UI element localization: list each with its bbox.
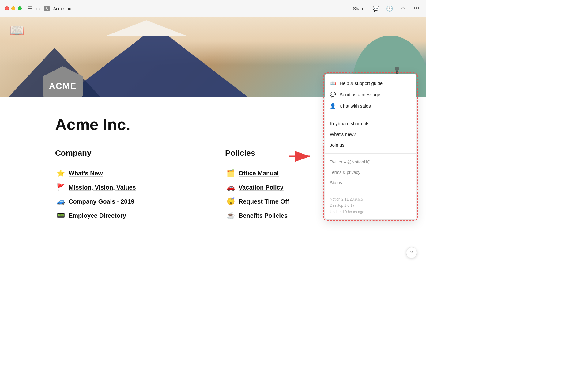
status-label: Status — [330, 180, 342, 185]
dropdown-item-terms[interactable]: Terms & privacy — [325, 167, 416, 178]
dropdown-item-join[interactable]: Join us — [325, 140, 416, 150]
acme-logo: ACME — [43, 66, 83, 97]
dropdown-sales-label: Chat with sales — [340, 103, 371, 109]
book-art-icon: 📖 — [9, 23, 24, 38]
list-item[interactable]: ⭐ What's New — [55, 167, 201, 180]
maximize-button[interactable] — [18, 6, 22, 10]
list-item[interactable]: 📟 Employee Directory — [55, 209, 201, 222]
whats-new-link[interactable]: What's New — [69, 170, 103, 177]
list-item[interactable]: 🚩 Mission, Vision, Values — [55, 181, 201, 194]
dropdown-item-help[interactable]: 📖 Help & support guide — [325, 78, 416, 89]
join-us-label: Join us — [330, 142, 345, 148]
whats-new-emoji: ⭐ — [56, 169, 65, 177]
version-text: Notion 2.11.23.9.6.5Desktop 2.0.17Update… — [330, 197, 364, 214]
company-list: ⭐ What's New 🚩 Mission, Vision, Values 🚙… — [55, 167, 201, 222]
time-off-link[interactable]: Request Time Off — [239, 198, 289, 205]
dropdown-item-sales[interactable]: 👤 Chat with sales — [325, 100, 416, 112]
forward-arrow-icon[interactable]: › — [39, 6, 40, 11]
goals-emoji: 🚙 — [56, 197, 65, 205]
directory-link[interactable]: Employee Directory — [69, 212, 126, 219]
dropdown-divider-3 — [325, 191, 416, 191]
company-section-title: Company — [55, 148, 201, 162]
nav-arrows: ‹ › — [36, 6, 40, 11]
comment-icon[interactable]: 💬 — [372, 4, 380, 13]
dropdown-section-help: 📖 Help & support guide 💬 Send us a messa… — [325, 76, 416, 113]
company-section: Company ⭐ What's New 🚩 Mission, Vision, … — [55, 148, 201, 222]
mission-link[interactable]: Mission, Vision, Values — [69, 184, 136, 191]
window-chrome: ☰ ‹ › A Acme Inc. Share 💬 🕐 ☆ ••• — [0, 0, 426, 17]
back-arrow-icon[interactable]: ‹ — [36, 6, 37, 11]
benefits-link[interactable]: Benefits Policies — [239, 212, 288, 219]
dropdown-message-label: Send us a message — [340, 92, 380, 97]
history-icon[interactable]: 🕐 — [385, 4, 394, 13]
office-manual-link[interactable]: Office Manual — [239, 170, 279, 177]
page-title-bar: Acme Inc. — [53, 6, 72, 11]
help-book-icon: 📖 — [330, 80, 336, 86]
share-button[interactable]: Share — [351, 5, 367, 12]
arrow-annotation — [289, 150, 314, 163]
keyboard-shortcuts-label: Keyboard shortcuts — [330, 121, 369, 126]
page-heading: Acme Inc. — [55, 115, 371, 134]
close-button[interactable] — [5, 6, 9, 10]
dropdown-section-middle: Keyboard shortcuts What's new? Join us — [325, 117, 416, 151]
version-info: Notion 2.11.23.9.6.5Desktop 2.0.17Update… — [325, 193, 416, 217]
goals-link[interactable]: Company Goals - 2019 — [69, 198, 134, 205]
dropdown-item-keyboard[interactable]: Keyboard shortcuts — [325, 118, 416, 129]
mission-emoji: 🚩 — [56, 183, 65, 191]
page-favicon: A — [44, 6, 50, 11]
directory-emoji: 📟 — [56, 212, 65, 220]
traffic-lights — [5, 6, 22, 10]
bookmark-icon[interactable]: ☆ — [399, 4, 407, 13]
vacation-link[interactable]: Vacation Policy — [239, 184, 284, 191]
dropdown-divider-1 — [325, 115, 416, 115]
vacation-emoji: 🚗 — [226, 183, 235, 191]
twitter-label: Twitter – @NotionHQ — [330, 159, 370, 164]
dropdown-item-status[interactable]: Status — [325, 178, 416, 188]
dropdown-menu: 📖 Help & support guide 💬 Send us a messa… — [325, 74, 417, 220]
dropdown-help-label: Help & support guide — [340, 81, 383, 86]
toolbar-right: Share 💬 🕐 ☆ ••• — [351, 4, 421, 13]
benefits-emoji: ☕ — [226, 212, 235, 220]
dropdown-item-whats-new[interactable]: What's new? — [325, 129, 416, 140]
whats-new-label: What's new? — [330, 132, 356, 137]
sections-grid: Company ⭐ What's New 🚩 Mission, Vision, … — [55, 148, 371, 222]
acme-logo-text: ACME — [49, 81, 77, 91]
office-manual-emoji: 🗂️ — [226, 169, 235, 177]
message-icon: 💬 — [330, 92, 336, 98]
sidebar-toggle-icon[interactable]: ☰ — [28, 6, 32, 11]
list-item[interactable]: 🚙 Company Goals - 2019 — [55, 195, 201, 208]
person-icon: 👤 — [330, 103, 336, 109]
terms-label: Terms & privacy — [330, 170, 360, 175]
help-button[interactable]: ? — [406, 247, 417, 258]
dropdown-section-bottom: Twitter – @NotionHQ Terms & privacy Stat… — [325, 155, 416, 189]
dropdown-divider-2 — [325, 153, 416, 154]
more-icon[interactable]: ••• — [412, 4, 421, 13]
time-off-emoji: 😴 — [226, 197, 235, 205]
dropdown-item-twitter[interactable]: Twitter – @NotionHQ — [325, 157, 416, 167]
dropdown-item-message[interactable]: 💬 Send us a message — [325, 89, 416, 100]
minimize-button[interactable] — [11, 6, 15, 10]
